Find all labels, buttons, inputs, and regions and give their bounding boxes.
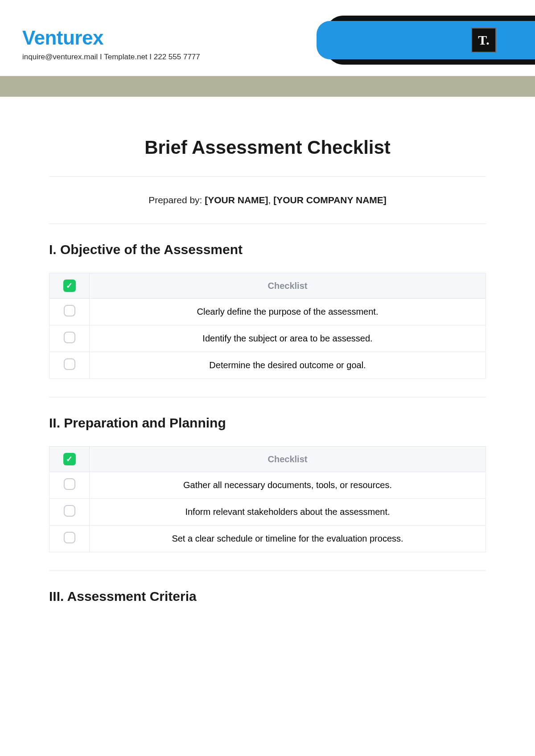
prepared-sep: , — [268, 195, 274, 205]
checklist-item: Identify the subject or area to be asses… — [90, 325, 486, 352]
badge-front: T. — [317, 21, 535, 59]
table-row: Clearly define the purpose of the assess… — [49, 299, 486, 325]
prepared-by-line: Prepared by: [YOUR NAME], [YOUR COMPANY … — [49, 195, 486, 205]
prepared-name: [YOUR NAME] — [205, 195, 268, 205]
checkbox[interactable] — [64, 358, 75, 370]
column-header-checklist: Checklist — [90, 447, 486, 472]
checklist-item: Determine the desired outcome or goal. — [90, 352, 486, 379]
header: Venturex inquire@venturex.mail I Templat… — [0, 0, 535, 67]
table-row: Determine the desired outcome or goal. — [49, 352, 486, 379]
column-header-check: ✓ — [49, 447, 90, 472]
checklist-item: Gather all necessary documents, tools, o… — [90, 472, 486, 499]
section-heading-1: I. Objective of the Assessment — [49, 242, 486, 257]
checklist-item: Clearly define the purpose of the assess… — [90, 299, 486, 325]
document-body: Brief Assessment Checklist Prepared by: … — [0, 97, 535, 604]
table-row: Gather all necessary documents, tools, o… — [49, 472, 486, 499]
divider — [49, 397, 486, 398]
checklist-item: Inform relevant stakeholders about the a… — [90, 499, 486, 526]
divider — [49, 176, 486, 177]
checklist-table-1: ✓ Checklist Clearly define the purpose o… — [49, 273, 486, 379]
checkbox[interactable] — [64, 532, 75, 543]
divider — [49, 223, 486, 224]
check-icon: ✓ — [63, 453, 76, 465]
table-row: Set a clear schedule or timeline for the… — [49, 526, 486, 552]
checklist-table-2: ✓ Checklist Gather all necessary documen… — [49, 446, 486, 552]
prepared-label: Prepared by: — [148, 195, 205, 205]
prepared-company: [YOUR COMPANY NAME] — [273, 195, 387, 205]
checkbox[interactable] — [64, 478, 75, 490]
divider — [49, 570, 486, 571]
checklist-item: Set a clear schedule or timeline for the… — [90, 526, 486, 552]
header-badge: T. — [317, 16, 535, 65]
checkbox[interactable] — [64, 332, 75, 343]
checkbox[interactable] — [64, 505, 75, 517]
section-heading-2: II. Preparation and Planning — [49, 415, 486, 431]
page-title: Brief Assessment Checklist — [49, 137, 486, 158]
table-row: Identify the subject or area to be asses… — [49, 325, 486, 352]
template-logo-icon: T. — [471, 28, 496, 53]
column-header-check: ✓ — [49, 273, 90, 299]
checkbox[interactable] — [64, 305, 75, 316]
table-row: Inform relevant stakeholders about the a… — [49, 499, 486, 526]
olive-banner — [0, 76, 535, 97]
check-icon: ✓ — [63, 279, 76, 292]
column-header-checklist: Checklist — [90, 273, 486, 299]
section-heading-3: III. Assessment Criteria — [49, 589, 486, 604]
